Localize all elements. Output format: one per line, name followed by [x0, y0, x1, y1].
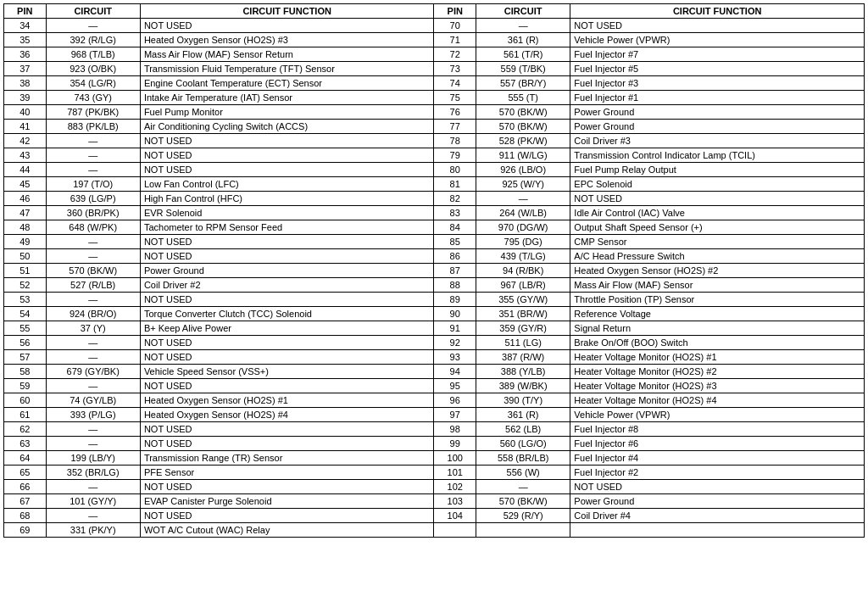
right-pin: 82	[434, 192, 476, 206]
left-circuit: 924 (BR/O)	[46, 307, 140, 321]
left-pin: 52	[4, 278, 47, 293]
right-function: Brake On/Off (BOO) Switch	[570, 336, 865, 350]
left-circuit: 392 (R/LG)	[46, 33, 140, 47]
right-function: NOT USED	[570, 480, 865, 494]
left-circuit: 968 (T/LB)	[46, 47, 140, 62]
left-pin: 38	[4, 76, 47, 91]
right-function: Heated Oxygen Sensor (HO2S) #2	[570, 264, 865, 278]
right-function: Fuel Injector #2	[570, 466, 865, 480]
right-circuit	[476, 523, 570, 538]
left-function: Engine Coolant Temperature (ECT) Sensor	[140, 76, 434, 91]
right-circuit: 967 (LB/R)	[476, 278, 570, 293]
left-pin: 47	[4, 206, 47, 220]
table-row: 66—NOT USED102—NOT USED	[4, 480, 865, 494]
right-circuit: 387 (R/W)	[476, 350, 570, 365]
header-pin-left: PIN	[4, 4, 47, 19]
right-circuit: 560 (LG/O)	[476, 437, 570, 451]
left-function: Transmission Range (TR) Sensor	[140, 451, 434, 466]
right-function: Heater Voltage Monitor (HO2S) #4	[570, 393, 865, 408]
left-function: Intake Air Temperature (IAT) Sensor	[140, 91, 434, 105]
left-pin: 51	[4, 264, 47, 278]
right-function: Power Ground	[570, 105, 865, 120]
right-function: Fuel Injector #8	[570, 422, 865, 437]
right-circuit: 388 (Y/LB)	[476, 365, 570, 379]
left-pin: 44	[4, 163, 47, 177]
right-function: Heater Voltage Monitor (HO2S) #1	[570, 350, 865, 365]
left-circuit: 199 (LB/Y)	[46, 451, 140, 466]
left-circuit: —	[46, 336, 140, 350]
right-pin: 103	[434, 494, 476, 509]
right-pin: 101	[434, 466, 476, 480]
right-circuit: 562 (LB)	[476, 422, 570, 437]
table-row: 62—NOT USED98562 (LB)Fuel Injector #8	[4, 422, 865, 437]
right-function: EPC Solenoid	[570, 177, 865, 192]
header-function-right: CIRCUIT FUNCTION	[570, 4, 865, 19]
left-pin: 42	[4, 134, 47, 148]
left-pin: 59	[4, 379, 47, 393]
right-function: Fuel Injector #1	[570, 91, 865, 105]
right-function: Heater Voltage Monitor (HO2S) #3	[570, 379, 865, 393]
left-function: NOT USED	[140, 249, 434, 264]
right-circuit: —	[476, 19, 570, 33]
right-circuit: 559 (T/BK)	[476, 62, 570, 76]
right-pin: 75	[434, 91, 476, 105]
left-function: Torque Converter Clutch (TCC) Solenoid	[140, 307, 434, 321]
left-function: NOT USED	[140, 480, 434, 494]
right-pin: 92	[434, 336, 476, 350]
left-circuit: —	[46, 422, 140, 437]
right-function: Heater Voltage Monitor (HO2S) #2	[570, 365, 865, 379]
right-pin: 70	[434, 19, 476, 33]
left-circuit: 331 (PK/Y)	[46, 523, 140, 538]
left-circuit: 679 (GY/BK)	[46, 365, 140, 379]
left-pin: 61	[4, 408, 47, 422]
pin-circuit-table: PIN CIRCUIT CIRCUIT FUNCTION PIN CIRCUIT…	[3, 3, 865, 538]
header-function-left: CIRCUIT FUNCTION	[140, 4, 434, 19]
left-function: Transmission Fluid Temperature (TFT) Sen…	[140, 62, 434, 76]
right-pin: 98	[434, 422, 476, 437]
left-circuit: 352 (BR/LG)	[46, 466, 140, 480]
right-function: Power Ground	[570, 494, 865, 509]
left-circuit: —	[46, 480, 140, 494]
left-circuit: —	[46, 249, 140, 264]
table-row: 44—NOT USED80926 (LB/O)Fuel Pump Relay O…	[4, 163, 865, 177]
right-pin: 97	[434, 408, 476, 422]
table-row: 67101 (GY/Y)EVAP Canister Purge Solenoid…	[4, 494, 865, 509]
table-row: 43—NOT USED79911 (W/LG)Transmission Cont…	[4, 148, 865, 163]
right-circuit: 511 (LG)	[476, 336, 570, 350]
table-row: 56—NOT USED92511 (LG)Brake On/Off (BOO) …	[4, 336, 865, 350]
left-function: NOT USED	[140, 437, 434, 451]
left-circuit: 787 (PK/BK)	[46, 105, 140, 120]
right-circuit: 925 (W/Y)	[476, 177, 570, 192]
right-function: Vehicle Power (VPWR)	[570, 33, 865, 47]
right-pin: 84	[434, 220, 476, 235]
left-pin: 40	[4, 105, 47, 120]
left-pin: 56	[4, 336, 47, 350]
left-function: NOT USED	[140, 19, 434, 33]
left-circuit: 393 (P/LG)	[46, 408, 140, 422]
right-pin: 102	[434, 480, 476, 494]
left-circuit: —	[46, 19, 140, 33]
right-pin: 100	[434, 451, 476, 466]
right-function	[570, 523, 865, 538]
table-row: 36968 (T/LB)Mass Air Flow (MAF) Sensor R…	[4, 47, 865, 62]
left-pin: 63	[4, 437, 47, 451]
left-pin: 58	[4, 365, 47, 379]
right-pin: 93	[434, 350, 476, 365]
left-function: NOT USED	[140, 422, 434, 437]
right-function: Output Shaft Speed Sensor (+)	[570, 220, 865, 235]
right-circuit: —	[476, 192, 570, 206]
right-function: Mass Air Flow (MAF) Sensor	[570, 278, 865, 293]
right-pin: 81	[434, 177, 476, 192]
right-pin: 96	[434, 393, 476, 408]
left-pin: 35	[4, 33, 47, 47]
table-row: 69331 (PK/Y)WOT A/C Cutout (WAC) Relay	[4, 523, 865, 538]
left-pin: 60	[4, 393, 47, 408]
right-circuit: 570 (BK/W)	[476, 494, 570, 509]
right-pin: 73	[434, 62, 476, 76]
right-pin: 90	[434, 307, 476, 321]
left-pin: 53	[4, 293, 47, 307]
table-row: 52527 (R/LB)Coil Driver #288967 (LB/R)Ma…	[4, 278, 865, 293]
left-function: Vehicle Speed Sensor (VSS+)	[140, 365, 434, 379]
right-circuit: 970 (DG/W)	[476, 220, 570, 235]
right-pin: 76	[434, 105, 476, 120]
